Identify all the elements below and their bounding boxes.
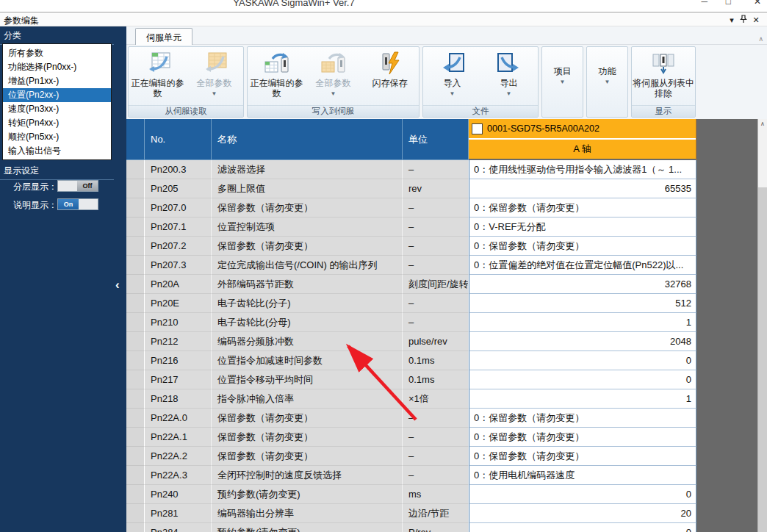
row-selector-cell[interactable] xyxy=(126,389,145,409)
table-row[interactable]: Pn22A.3全闭环控制时的速度反馈选择–0：使用电机编码器速度 xyxy=(126,466,696,485)
row-selector-cell[interactable] xyxy=(126,218,145,237)
param-value-cell[interactable]: 0 xyxy=(469,523,696,532)
param-value-cell[interactable]: 20 xyxy=(469,504,696,523)
table-row[interactable]: Pn218指令脉冲输入倍率×1倍1 xyxy=(126,389,696,409)
import-button[interactable]: 导入 ▼ xyxy=(424,48,480,105)
category-item-0[interactable]: 所有参数 xyxy=(3,46,111,60)
param-value-cell[interactable]: 0：V-REF无分配 xyxy=(469,218,696,237)
table-row[interactable]: Pn20E电子齿轮比(分子)–512 xyxy=(126,294,696,313)
category-item-2[interactable]: 增益(Pn1xx-) xyxy=(3,74,111,88)
chevron-down-icon[interactable]: ▼ xyxy=(506,89,512,99)
panel-menu-chevron-icon[interactable]: ▾ xyxy=(727,15,737,25)
param-value-cell[interactable]: 0：保留参数（请勿变更） xyxy=(469,409,696,428)
category-item-4[interactable]: 速度(Pn3xx-) xyxy=(3,102,111,116)
toggle-off-knob[interactable]: Off xyxy=(77,181,98,191)
param-value-cell[interactable]: 1 xyxy=(469,389,696,409)
row-selector-cell[interactable] xyxy=(126,275,145,294)
export-button[interactable]: 导出 ▼ xyxy=(480,48,537,105)
row-selector-cell[interactable] xyxy=(126,447,145,466)
category-listbox[interactable]: 所有参数功能选择(Pn0xx-)增益(Pn1xx-)位置(Pn2xx-)速度(P… xyxy=(2,43,112,160)
param-value-cell[interactable]: 65535 xyxy=(469,179,696,198)
maximize-icon[interactable]: □ xyxy=(726,0,731,7)
function-button[interactable]: 功能 ▼ xyxy=(588,48,627,105)
row-selector-cell[interactable] xyxy=(126,504,145,523)
row-selector-cell[interactable] xyxy=(126,313,145,332)
table-row[interactable]: Pn22A.2保留参数（请勿变更）–0：保留参数（请勿变更） xyxy=(126,447,696,466)
param-value-cell[interactable]: 0 xyxy=(469,370,696,389)
table-row[interactable]: Pn216位置指令加减速时间参数0.1ms0 xyxy=(126,351,696,370)
row-selector-cell[interactable] xyxy=(126,237,145,256)
param-value-cell[interactable]: 512 xyxy=(469,294,696,313)
param-value-cell[interactable]: 0：保留参数（请勿变更） xyxy=(469,428,696,447)
minimize-icon[interactable]: ─ xyxy=(701,0,707,7)
row-selector-cell[interactable] xyxy=(126,294,145,313)
table-row[interactable]: Pn207.3定位完成输出信号(/COIN) 的输出序列–0：位置偏差的绝对值在… xyxy=(126,256,696,275)
collapse-left-chevron-icon[interactable]: ‹ xyxy=(115,278,120,292)
servo-checkbox[interactable] xyxy=(472,123,483,134)
flash-save-button[interactable]: 闪存保存 xyxy=(361,48,418,105)
param-value-cell[interactable]: 0：使用电机编码器速度 xyxy=(469,466,696,485)
sidebar-splitter[interactable]: ‹ xyxy=(114,26,126,532)
exclude-servo-button[interactable]: 将伺服从列表中排除 xyxy=(633,48,694,105)
table-row[interactable]: Pn240预约参数(请勿变更)ms0 xyxy=(126,485,696,504)
row-selector-cell[interactable] xyxy=(126,179,145,198)
param-value-cell[interactable]: 0 xyxy=(469,351,696,370)
ribbon-collapse-chevron-icon[interactable]: ∧ xyxy=(758,35,763,43)
table-row[interactable]: Pn207.1位置控制选项–0：V-REF无分配 xyxy=(126,218,696,237)
row-selector-cell[interactable] xyxy=(126,332,145,351)
category-item-6[interactable]: 顺控(Pn5xx-) xyxy=(3,130,111,144)
panel-pin-icon[interactable] xyxy=(738,15,749,25)
row-selector-cell[interactable] xyxy=(126,466,145,485)
row-selector-cell[interactable] xyxy=(126,256,145,275)
table-row[interactable]: Pn22A.1保留参数（请勿变更）–0：保留参数（请勿变更） xyxy=(126,428,696,447)
row-selector-cell[interactable] xyxy=(126,351,145,370)
param-value-cell[interactable]: 0：位置偏差的绝对值在位置定位幅值(Pn522)以... xyxy=(469,256,696,275)
category-item-5[interactable]: 转矩(Pn4xx-) xyxy=(3,116,111,130)
table-row[interactable]: Pn200.3滤波器选择–0：使用线性驱动信号用指令输入滤波器1（～ 1... xyxy=(126,160,696,179)
chevron-down-icon[interactable]: ▼ xyxy=(212,89,217,99)
category-item-1[interactable]: 功能选择(Pn0xx-) xyxy=(3,60,111,74)
param-value-cell[interactable]: 0：保留参数（请勿变更） xyxy=(469,237,696,256)
category-item-7[interactable]: 输入输出信号 xyxy=(3,144,111,158)
param-value-cell[interactable]: 32768 xyxy=(469,275,696,294)
row-selector-cell[interactable] xyxy=(126,523,145,532)
write-editing-params-button[interactable]: 正在编辑的参数 xyxy=(248,48,305,105)
param-value-cell[interactable]: 1 xyxy=(469,313,696,332)
row-selector-cell[interactable] xyxy=(126,160,145,179)
tab-servo-unit[interactable]: 伺服单元 xyxy=(135,28,192,45)
table-row[interactable]: Pn217位置指令移动平均时间0.1ms0 xyxy=(126,370,696,389)
category-item-3[interactable]: 位置(Pn2xx-) xyxy=(3,88,111,102)
chevron-down-icon[interactable]: ▼ xyxy=(331,89,336,99)
layer-display-toggle[interactable]: Off xyxy=(57,180,98,192)
table-row[interactable]: Pn212编码器分频脉冲数pulse/rev2048 xyxy=(126,332,696,351)
param-value-cell[interactable]: 0：保留参数（请勿变更） xyxy=(469,447,696,466)
param-value-cell[interactable]: 0：保留参数（请勿变更） xyxy=(469,198,696,218)
param-value-cell[interactable]: 0 xyxy=(469,485,696,504)
param-value-cell[interactable]: 2048 xyxy=(469,332,696,351)
table-row[interactable]: Pn20A外部编码器节距数刻度间距/旋转32768 xyxy=(126,275,696,294)
description-display-toggle[interactable]: On xyxy=(57,198,98,210)
header-name[interactable]: 名称 xyxy=(212,119,403,160)
param-value-cell[interactable]: 0：使用线性驱动信号用指令输入滤波器1（～ 1... xyxy=(469,160,696,179)
table-row[interactable]: Pn210电子齿轮比(分母)–1 xyxy=(126,313,696,332)
chevron-down-icon[interactable]: ▼ xyxy=(450,89,455,99)
row-selector-cell[interactable] xyxy=(126,198,145,218)
vertical-scrollbar[interactable]: ∧ xyxy=(757,119,767,532)
close-icon[interactable]: ✕ xyxy=(754,0,761,7)
table-row[interactable]: Pn205多圈上限值rev65535 xyxy=(126,179,696,198)
scrollbar-thumb[interactable] xyxy=(758,119,767,187)
row-selector-cell[interactable] xyxy=(126,428,145,447)
row-selector-cell[interactable] xyxy=(126,485,145,504)
panel-close-icon[interactable]: ✕ xyxy=(751,15,761,25)
table-row[interactable]: Pn207.2保留参数（请勿变更）–0：保留参数（请勿变更） xyxy=(126,237,696,256)
table-row[interactable]: Pn207.0保留参数（请勿变更）–0：保留参数（请勿变更） xyxy=(126,198,696,218)
read-editing-params-button[interactable]: 正在编辑的参数 xyxy=(129,48,186,105)
scroll-up-icon[interactable]: ∧ xyxy=(758,121,767,127)
header-unit[interactable]: 单位 xyxy=(403,119,469,160)
write-all-params-button[interactable]: 全部参数 ▼ xyxy=(305,48,361,105)
row-selector-cell[interactable] xyxy=(126,409,145,428)
table-row[interactable]: Pn22A.0保留参数（请勿变更）–0：保留参数（请勿变更） xyxy=(126,409,696,428)
read-all-params-button[interactable]: 全部参数 ▼ xyxy=(186,48,242,105)
toggle-on-knob[interactable]: On xyxy=(58,199,79,209)
header-no[interactable]: No. xyxy=(145,119,212,160)
